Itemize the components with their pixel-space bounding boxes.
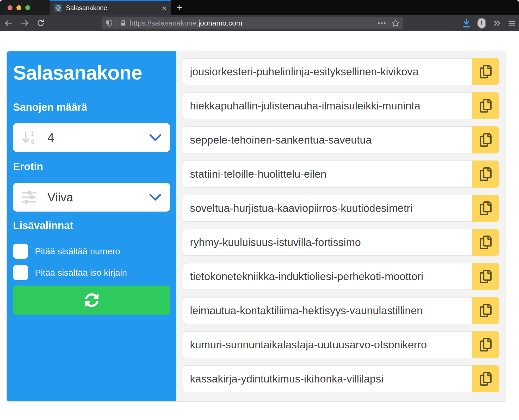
- tab-bar: Salasanakone × +: [0, 0, 519, 15]
- url-bar[interactable]: https://salasanakone.joonamo.com •••: [102, 17, 403, 29]
- checkbox-row-uppercase: Pitää sisältää iso kirjain: [13, 265, 127, 280]
- password-row: ryhmy-kuuluisuus-istuvilla-fortissimo: [183, 229, 499, 256]
- password-row: leimautua-kontaktiliima-hektisyys-vaunul…: [183, 297, 499, 324]
- word-count-select[interactable]: 1 9 4: [13, 123, 170, 152]
- double-chevron-icon: [492, 19, 501, 28]
- copy-button[interactable]: [472, 229, 499, 256]
- lock-icon[interactable]: [120, 20, 127, 27]
- generate-button[interactable]: [13, 286, 170, 315]
- checkbox-must-contain-number[interactable]: [13, 244, 28, 259]
- tab-title: Salasanakone: [66, 4, 162, 12]
- downloads-button[interactable]: [462, 18, 471, 28]
- active-tab[interactable]: Salasanakone ×: [50, 0, 171, 15]
- copy-icon: [480, 65, 492, 78]
- copy-icon: [480, 270, 492, 283]
- copy-button[interactable]: [472, 263, 499, 290]
- url-prefix: https://salasanakone.: [129, 19, 199, 27]
- checkbox-label: Pitää sisältää iso kirjain: [35, 268, 127, 278]
- copy-button[interactable]: [472, 58, 499, 85]
- app-card: Salasanakone Sanojen määrä 1 9 4: [7, 51, 505, 402]
- word-count-value: 4: [47, 131, 149, 145]
- extra-options-label: Lisävalinnat: [13, 220, 73, 231]
- password-row: hiekkapuhallin-julistenauha-ilmaisuleikk…: [183, 92, 499, 119]
- checkbox-must-contain-uppercase[interactable]: [13, 265, 28, 280]
- separator-select[interactable]: Viiva: [13, 183, 170, 212]
- chevron-down-icon: [149, 134, 161, 141]
- password-row: soveltua-hurjistua-kaaviopiirros-kuutiod…: [183, 195, 499, 222]
- password-text: statiini-teloille-huolittelu-eilen: [183, 160, 472, 188]
- password-text: tietokonetekniikka-induktioliesi-perheko…: [183, 263, 472, 290]
- hamburger-menu-button[interactable]: [508, 19, 516, 28]
- react-atom-icon: [54, 5, 61, 11]
- bookmark-star-icon[interactable]: [391, 19, 400, 27]
- refresh-icon: [85, 293, 99, 307]
- copy-button[interactable]: [472, 297, 499, 324]
- close-window-button[interactable]: [8, 5, 13, 10]
- new-tab-button[interactable]: +: [174, 2, 186, 13]
- copy-icon: [480, 133, 492, 147]
- password-text: soveltua-hurjistua-kaaviopiirros-kuutiod…: [183, 195, 472, 222]
- word-count-label: Sanojen määrä: [13, 101, 87, 113]
- hamburger-icon: [508, 19, 516, 28]
- password-text: jousiorkesteri-puhelinlinja-esityksellin…: [183, 58, 472, 85]
- password-text: seppele-tehoinen-sankentua-saveutua: [183, 126, 472, 153]
- urlbar-separator: [116, 20, 116, 27]
- chevron-down-icon: [149, 194, 161, 201]
- copy-icon: [480, 338, 492, 351]
- settings-sidebar: Salasanakone Sanojen määrä 1 9 4: [7, 51, 176, 401]
- copy-button[interactable]: [472, 365, 499, 392]
- copy-icon: [480, 99, 492, 113]
- password-row: kumuri-sunnuntaikalastaja-uutuusarvo-ots…: [183, 331, 499, 358]
- password-text: leimautua-kontaktiliima-hektisyys-vaunul…: [183, 297, 472, 324]
- password-row: tietokonetekniikka-induktioliesi-perheko…: [183, 263, 499, 290]
- password-text: hiekkapuhallin-julistenauha-ilmaisuleikk…: [183, 92, 472, 119]
- back-arrow-icon: [4, 19, 13, 28]
- nav-buttons: [4, 15, 45, 31]
- copy-icon: [480, 167, 492, 181]
- reload-icon: [36, 19, 45, 27]
- copy-button[interactable]: [472, 126, 499, 153]
- tracking-shield-icon[interactable]: [105, 19, 113, 27]
- password-text: kassakirja-ydintutkimus-ikihonka-villila…: [183, 365, 472, 392]
- password-row: statiini-teloille-huolittelu-eilen: [183, 160, 499, 188]
- back-button[interactable]: [4, 19, 13, 28]
- extension-badge-icon[interactable]: !: [477, 18, 486, 29]
- copy-icon: [480, 236, 492, 249]
- password-row: kassakirja-ydintutkimus-ikihonka-villila…: [183, 365, 499, 392]
- window-controls: [0, 0, 49, 15]
- password-row: seppele-tehoinen-sankentua-saveutua: [183, 126, 499, 153]
- navigation-toolbar: https://salasanakone.joonamo.com ••• !: [0, 15, 519, 31]
- checkbox-label: Pitää sisältää numero: [35, 246, 120, 256]
- browser-window: Salasanakone × +: [0, 0, 519, 420]
- copy-button[interactable]: [472, 92, 499, 119]
- page-actions-icon[interactable]: •••: [378, 20, 387, 27]
- sort-numeric-icon: 1 9: [21, 129, 38, 146]
- copy-button[interactable]: [472, 195, 499, 222]
- copy-button[interactable]: [472, 160, 499, 188]
- copy-button[interactable]: [472, 331, 499, 358]
- close-tab-icon[interactable]: ×: [162, 4, 167, 12]
- copy-icon: [480, 201, 492, 215]
- svg-text:1: 1: [31, 130, 35, 137]
- url-domain: joonamo.com: [199, 19, 242, 27]
- password-list: jousiorkesteri-puhelinlinja-esityksellin…: [183, 58, 499, 399]
- checkbox-row-number: Pitää sisältää numero: [13, 244, 120, 259]
- separator-label: Erotin: [13, 161, 43, 172]
- overflow-menu-button[interactable]: [492, 19, 501, 28]
- copy-icon: [480, 372, 492, 386]
- svg-text:9: 9: [31, 138, 35, 145]
- download-arrow-icon: [462, 18, 471, 28]
- react-favicon: [54, 4, 62, 12]
- password-text: kumuri-sunnuntaikalastaja-uutuusarvo-ots…: [183, 331, 472, 358]
- separator-value: Viiva: [47, 190, 149, 204]
- forward-button[interactable]: [20, 19, 29, 28]
- fullscreen-window-button[interactable]: [25, 5, 30, 10]
- url-text[interactable]: https://salasanakone.joonamo.com: [129, 19, 242, 27]
- minimize-window-button[interactable]: [16, 5, 21, 10]
- password-row: jousiorkesteri-puhelinlinja-esityksellin…: [183, 58, 499, 85]
- password-text: ryhmy-kuuluisuus-istuvilla-fortissimo: [183, 229, 472, 256]
- forward-arrow-icon: [20, 19, 29, 28]
- reload-button[interactable]: [36, 19, 45, 27]
- app-title: Salasanakone: [13, 61, 142, 84]
- sliders-icon: [21, 189, 38, 205]
